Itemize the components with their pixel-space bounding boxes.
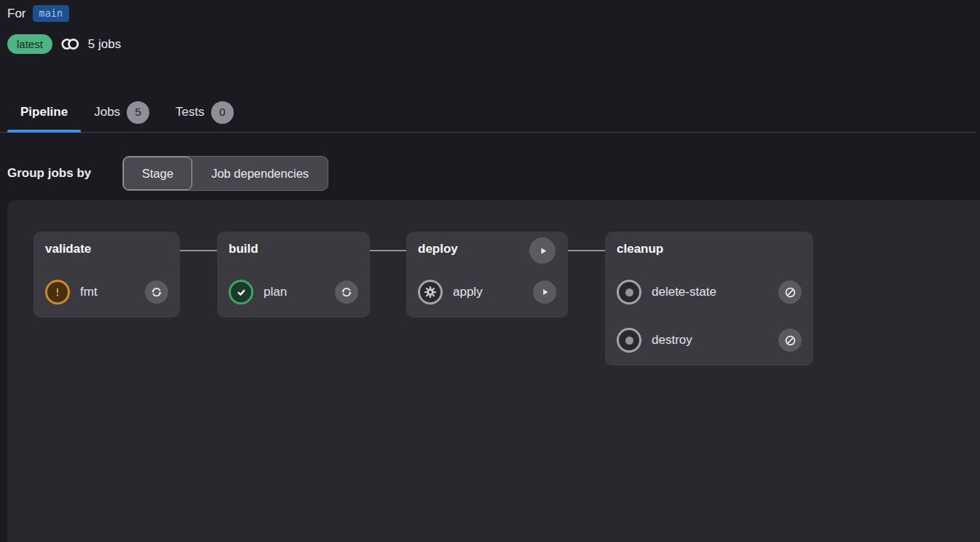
blocked-job-button[interactable] [778,329,802,352]
play-icon [539,286,550,298]
job-row-delete-state[interactable]: delete-state [617,280,802,305]
dot-icon [625,337,633,345]
retry-job-button[interactable] [145,280,168,304]
group-by-segmented-control: Stage Job dependencies [122,156,328,191]
stage-card-validate: validate fmt [33,232,180,318]
pipeline-meta-line: latest 5 jobs [7,34,121,54]
job-row-apply[interactable]: apply [418,280,556,305]
job-row-destroy[interactable]: destroy [617,328,802,353]
stage-title: cleanup [617,242,802,256]
status-created-icon [617,280,641,305]
retry-icon [341,286,352,298]
for-label: For [7,7,26,21]
stage-connector [180,250,217,251]
stage-title: build [229,242,358,256]
retry-job-button[interactable] [335,280,358,304]
tab-jobs-label: Jobs [94,105,120,119]
group-by-stage-button[interactable]: Stage [123,157,192,190]
tab-tests-label: Tests [175,105,205,119]
blocked-icon [784,334,797,347]
tab-tests[interactable]: Tests 0 [162,92,247,133]
run-stage-button[interactable] [529,237,556,264]
latest-badge: latest [7,34,52,54]
stage-title: validate [45,242,168,256]
job-name: fmt [80,285,98,299]
link-icon [60,36,80,52]
status-passed-icon [229,280,253,305]
play-icon [537,245,549,257]
job-name: apply [453,285,483,299]
status-manual-icon [418,280,443,305]
job-name: plan [264,285,287,299]
tab-tests-count-badge: 0 [211,101,234,124]
stage-card-build: build plan [217,232,370,318]
tab-pipeline-label: Pipeline [20,105,68,119]
group-jobs-by-label: Group jobs by [7,166,122,181]
retry-icon [151,286,162,298]
blocked-icon [784,286,797,299]
group-by-dependencies-button[interactable]: Job dependencies [192,157,328,190]
stage-card-deploy: deploy [406,232,568,318]
group-jobs-by-row: Group jobs by Stage Job dependencies [7,156,328,191]
job-name: delete-state [652,285,716,299]
tab-jobs-count-badge: 5 [127,101,149,124]
blocked-job-button[interactable] [778,280,802,304]
dot-icon [625,288,633,296]
job-row-plan[interactable]: plan [229,280,358,305]
pipeline-graph-panel: validate fmt b [7,200,980,542]
job-name: destroy [652,333,692,347]
pipeline-ref-line: For main [7,5,69,22]
status-warning-icon [45,280,70,305]
branch-ref-badge[interactable]: main [33,5,70,22]
stage-connector [370,250,406,251]
tab-jobs[interactable]: Jobs 5 [81,92,162,133]
stage-connector [568,250,605,251]
stage-card-cleanup: cleanup delete-state destroy [605,232,813,366]
jobs-count-text: 5 jobs [88,37,121,52]
status-created-icon [617,328,641,353]
tab-pipeline[interactable]: Pipeline [7,92,81,133]
job-row-fmt[interactable]: fmt [45,280,168,305]
pipeline-tabbar: Pipeline Jobs 5 Tests 0 [0,92,980,133]
run-job-button[interactable] [533,280,556,304]
